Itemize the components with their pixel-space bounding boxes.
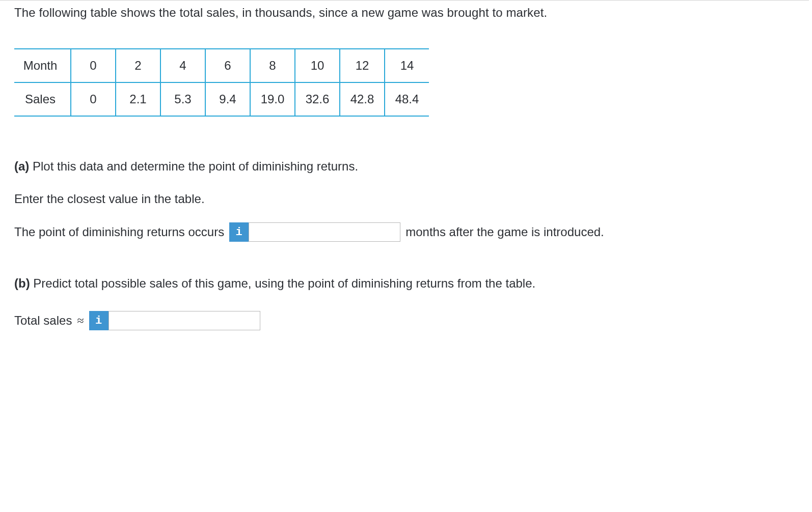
part-b-prompt: (b) Predict total possible sales of this… [14, 274, 799, 293]
part-a-prompt: (a) Plot this data and determine the poi… [14, 157, 799, 176]
table-cell: 48.4 [385, 82, 429, 116]
row-label: Month [14, 49, 71, 82]
table-cell: 8 [250, 49, 295, 82]
info-icon[interactable]: i [89, 311, 109, 330]
part-b-label: (b) [14, 276, 30, 290]
part-a-lead: The point of diminishing returns occurs [14, 223, 224, 241]
part-a-hint: Enter the closest value in the table. [14, 190, 799, 208]
part-a-answer-line: The point of diminishing returns occurs … [14, 222, 799, 242]
part-a-trail: months after the game is introduced. [405, 223, 604, 241]
table-cell: 6 [205, 49, 250, 82]
table-cell: 2 [116, 49, 160, 82]
table-cell: 42.8 [340, 82, 385, 116]
table-cell: 4 [160, 49, 205, 82]
table-cell: 10 [295, 49, 340, 82]
row-label: Sales [14, 82, 71, 116]
data-table: Month 0 2 4 6 8 10 12 14 Sales 0 2.1 5.3… [14, 48, 429, 117]
table-cell: 19.0 [250, 82, 295, 116]
table-cell: 12 [340, 49, 385, 82]
table-row: Sales 0 2.1 5.3 9.4 19.0 32.6 42.8 48.4 [14, 82, 429, 116]
part-b-answer-line: Total sales ≈ i [14, 311, 799, 330]
part-a-input[interactable] [249, 222, 400, 242]
approx-symbol: ≈ [77, 311, 84, 330]
part-b-lead: Total sales [14, 311, 72, 330]
problem-intro: The following table shows the total sale… [14, 4, 799, 22]
table-cell: 14 [385, 49, 429, 82]
part-b-input[interactable] [109, 311, 260, 330]
table-cell: 9.4 [205, 82, 250, 116]
table-cell: 32.6 [295, 82, 340, 116]
part-a-text: Plot this data and determine the point o… [29, 159, 358, 173]
table-cell: 2.1 [116, 82, 160, 116]
part-a-label: (a) [14, 159, 29, 173]
table-cell: 0 [71, 82, 116, 116]
table-row: Month 0 2 4 6 8 10 12 14 [14, 49, 429, 82]
table-cell: 5.3 [160, 82, 205, 116]
table-cell: 0 [71, 49, 116, 82]
part-b-text: Predict total possible sales of this gam… [30, 276, 536, 290]
info-icon[interactable]: i [229, 222, 249, 242]
